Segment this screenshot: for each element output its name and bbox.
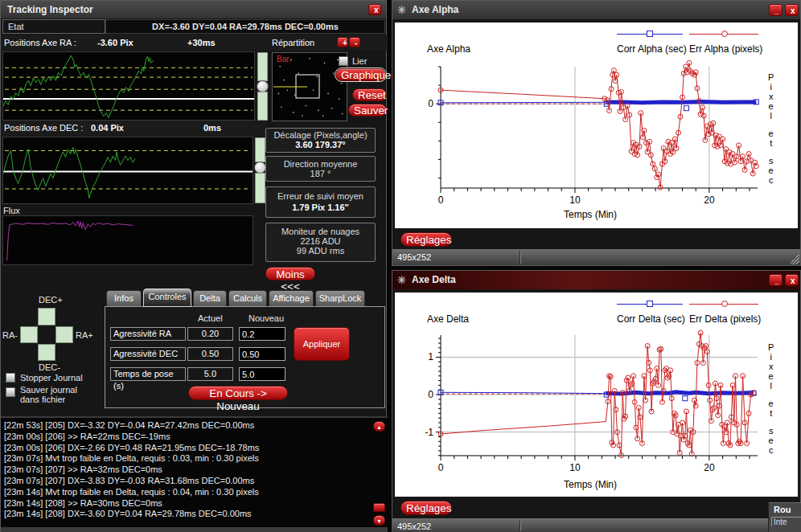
tab-sharplock[interactable]: SharpLock	[315, 290, 365, 306]
flux-label: Flux	[3, 206, 20, 215]
y-axis-right-label: Pixeletsec	[768, 342, 774, 455]
axe-alpha-chart-frame: 010200 Axe Alpha Corr Alpha (sec) Err Al…	[394, 22, 799, 229]
row-label: Temps de pose (s)	[110, 367, 186, 381]
repartition-minus-button[interactable]: -	[349, 37, 360, 47]
window-title: Axe Alpha	[412, 1, 458, 19]
svg-text:10: 10	[569, 194, 581, 206]
moniteur-title: Moniteur de nuages	[266, 227, 375, 236]
lier-checkbox[interactable]	[339, 56, 348, 66]
legend-label-corr: Corr Alpha (sec)	[617, 43, 687, 55]
tab-calculs[interactable]: Calculs	[228, 290, 267, 306]
lier-label: Lier	[352, 56, 367, 66]
x-axis-label: Temps (Min)	[564, 209, 617, 220]
window-bottom-edge	[1, 527, 388, 532]
dec-trace-svg	[3, 137, 253, 203]
scrollbar-thumb[interactable]	[373, 503, 385, 512]
axe-delta-titlebar[interactable]: ✳ Axe Delta _ x	[392, 271, 800, 289]
ra-slider-knob[interactable]	[257, 80, 269, 92]
ra-value: -3.60 Pix	[97, 35, 134, 51]
pad-dec-minus-button[interactable]	[38, 344, 55, 361]
svg-text:0: 0	[438, 462, 444, 473]
graphiques-button[interactable]: Graphiques	[335, 68, 386, 81]
axe-delta-window: ✳ Axe Delta _ x 01020-101 Axe Delta Corr…	[392, 270, 801, 532]
partial-window: Rou Inte	[768, 502, 801, 532]
tracking-inspector-titlebar[interactable]: Tracking Inspector x	[1, 1, 386, 18]
pad-dec-plus-label: DEC+	[39, 295, 63, 305]
svg-text:0: 0	[428, 98, 433, 109]
log-line: [23m 07s] [207] DX=-3.83 DY=-0.03 RA=31.…	[4, 476, 372, 487]
flux-trace-svg	[3, 216, 253, 264]
pad-ra-minus-button[interactable]	[20, 326, 38, 343]
tab-etat[interactable]: Etat	[2, 19, 105, 34]
ra-slider-track-bottom[interactable]	[257, 92, 268, 121]
minimize-icon[interactable]: _	[769, 274, 783, 286]
direction-box: Direction moyenne 187 °	[265, 156, 376, 182]
dec-header-row: Positions Axe DEC : 0.04 Pix 0ms	[1, 121, 266, 136]
tab-affichage[interactable]: Affichage	[269, 290, 314, 306]
gear-icon: ✳	[397, 1, 406, 19]
dec-slider-track-top[interactable]	[255, 137, 265, 162]
minimize-icon[interactable]: _	[769, 4, 783, 16]
dec-slider-track-bottom[interactable]	[255, 173, 265, 203]
scroll-down-icon[interactable]: ▼	[373, 515, 385, 526]
flux-scope-chart	[2, 215, 253, 265]
pad-ra-minus-label: RA-	[2, 330, 18, 340]
legend-marker-corr	[647, 301, 653, 307]
decalage-title: Décalage (Pixels,angle)	[266, 130, 375, 140]
partial-window-title: Rou	[769, 503, 801, 514]
dec-label: Positions Axe DEC :	[4, 121, 83, 136]
moins-button[interactable]: Moins <<<	[265, 267, 315, 280]
dec-value: 0.04 Pix	[91, 121, 124, 136]
pad-ra-plus-button[interactable]	[55, 326, 73, 343]
dec-slider-knob[interactable]	[254, 162, 266, 174]
log-line: [22m 53s] [205] DX=-3.32 DY=-0.04 RA=27.…	[4, 420, 372, 432]
dec-ms: 0ms	[203, 121, 221, 136]
sauver-journal-checkbox[interactable]	[6, 387, 15, 397]
sauver-journal-label1: Sauver journal	[20, 385, 77, 395]
reset-button[interactable]: Reset	[352, 88, 387, 101]
sauver-button[interactable]: Sauver	[348, 104, 387, 117]
close-icon[interactable]: x	[785, 274, 799, 286]
y-axis-right-label: Pixeletsec	[768, 72, 774, 185]
axe-delta-chart-frame: 01020-101 Axe Delta Corr Delta (sec) Err…	[394, 292, 799, 497]
appliquer-button[interactable]: Appliquer	[294, 327, 350, 361]
resize-grip[interactable]	[789, 254, 799, 264]
agressivite-dec-input[interactable]	[239, 347, 285, 361]
stopper-journal-checkbox[interactable]	[6, 373, 15, 383]
dec-scope-chart	[2, 137, 253, 204]
direction-title: Direction moyenne	[266, 159, 375, 169]
legend-marker-err	[721, 301, 728, 307]
close-icon[interactable]: x	[368, 4, 381, 15]
log-line: [23m 00s] [206] >> RA=22ms DEC=-19ms	[4, 432, 372, 443]
chart-title: Axe Alpha	[427, 43, 470, 55]
direction-value: 187 °	[266, 169, 375, 178]
repartition-plus-button[interactable]: +	[337, 37, 348, 47]
decalage-box: Décalage (Pixels,angle) 3.60 179.37°	[265, 128, 376, 153]
ra-ms: +30ms	[187, 35, 216, 51]
scroll-up-icon[interactable]: ▲	[373, 421, 385, 432]
agressivite-ra-input[interactable]	[239, 327, 285, 341]
log-line: [23m 14s] Mvt trop faible en Delta, requ…	[4, 487, 372, 498]
tab-delta[interactable]: Delta	[193, 290, 227, 306]
gear-icon: ✳	[397, 271, 406, 289]
resolution-status: 495x252	[397, 249, 431, 265]
legend-label-corr: Corr Delta (sec)	[617, 313, 685, 325]
ra-slider-track-top[interactable]	[257, 52, 268, 81]
reglages-button[interactable]: Réglages	[400, 501, 452, 515]
svg-text:0: 0	[428, 389, 433, 400]
tab-controles[interactable]: Controles	[143, 289, 191, 307]
decalage-value: 3.60 179.37°	[266, 140, 375, 149]
window-title: Tracking Inspector	[7, 1, 93, 18]
legend-marker-corr	[647, 31, 653, 37]
svg-text:20: 20	[704, 194, 715, 206]
pad-dec-plus-button[interactable]	[38, 308, 55, 325]
svg-text:1: 1	[428, 351, 433, 362]
axe-alpha-titlebar[interactable]: ✳ Axe Alpha _ x	[392, 1, 800, 19]
en-cours-nouveau-button[interactable]: En Cours -> Nouveau	[188, 386, 288, 400]
tab-infos[interactable]: Infos	[106, 290, 142, 306]
reglages-button[interactable]: Réglages	[400, 232, 452, 247]
temps-pose-input[interactable]	[239, 367, 285, 381]
ra-scope-chart	[2, 51, 255, 121]
pad-ra-plus-label: RA+	[76, 330, 93, 340]
close-icon[interactable]: x	[785, 4, 799, 16]
